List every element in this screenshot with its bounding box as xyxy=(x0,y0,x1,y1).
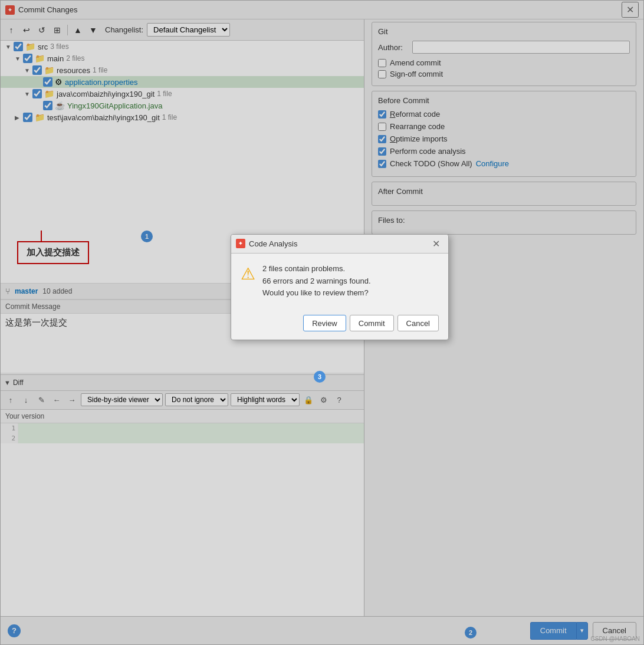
main-window: ✦ Commit Changes ✕ ↑ ↩ ↺ ⊞ ▲ ▼ Changelis… xyxy=(0,0,644,645)
code-analysis-dialog: ✦ Code Analysis ✕ ⚠ 2 files contain prob… xyxy=(231,234,449,340)
modal-buttons: Review Commit Cancel xyxy=(231,309,448,340)
modal-title-icon: ✦ xyxy=(236,239,245,248)
modal-overlay: ✦ Code Analysis ✕ ⚠ 2 files contain prob… xyxy=(1,1,643,644)
modal-message-text: 2 files contain problems. 66 errors and … xyxy=(262,263,371,300)
modal-body: ⚠ 2 files contain problems. 66 errors an… xyxy=(231,254,448,309)
review-button[interactable]: Review xyxy=(303,315,346,331)
modal-title-bar: ✦ Code Analysis ✕ xyxy=(231,235,448,254)
modal-message-row: ⚠ 2 files contain problems. 66 errors an… xyxy=(241,263,439,300)
modal-cancel-button[interactable]: Cancel xyxy=(397,315,439,331)
modal-close-button[interactable]: ✕ xyxy=(429,237,443,251)
modal-commit-button[interactable]: Commit xyxy=(350,315,394,331)
warning-icon: ⚠ xyxy=(241,264,255,284)
modal-title: Code Analysis xyxy=(249,239,297,248)
badge-3: 3 xyxy=(314,371,326,383)
